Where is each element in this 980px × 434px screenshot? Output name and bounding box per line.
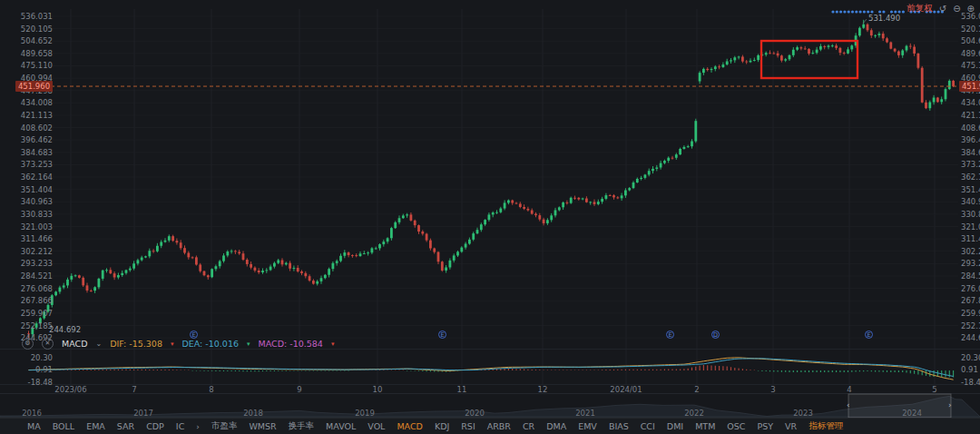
navigator-selection[interactable]: [848, 394, 951, 418]
toolbar-item-macd[interactable]: MACD: [397, 421, 422, 431]
toolbar-item-换手率[interactable]: 换手率: [289, 420, 315, 432]
toolbar-item-osc[interactable]: OSC: [727, 421, 745, 431]
event-dot[interactable]: [859, 10, 862, 13]
event-dot[interactable]: [851, 10, 854, 13]
event-dot[interactable]: [848, 10, 850, 13]
toolbar-item-vr[interactable]: VR: [785, 421, 797, 431]
event-dot[interactable]: [898, 10, 901, 13]
event-dot[interactable]: [867, 10, 869, 13]
toolbar-item-ma[interactable]: MA: [27, 421, 41, 431]
zoom-in-icon[interactable]: ⊕: [967, 4, 975, 15]
toolbar-item-ic[interactable]: IC: [176, 421, 184, 431]
toolbar-item-mavol[interactable]: MAVOL: [326, 421, 356, 431]
toolbar-item-dma[interactable]: DMA: [546, 421, 566, 431]
toolbar-item-ema[interactable]: EMA: [86, 421, 105, 431]
toolbar-item-vol[interactable]: VOL: [368, 421, 385, 431]
annotation-box[interactable]: [761, 41, 858, 78]
toolbar-item-mtm[interactable]: MTM: [695, 421, 715, 431]
toolbar-item-kdj[interactable]: KDJ: [435, 421, 449, 431]
event-dot[interactable]: [839, 10, 842, 13]
event-dot[interactable]: [863, 10, 866, 13]
zoom-out-icon[interactable]: ⊖: [953, 4, 960, 15]
close-icon[interactable]: ✕: [42, 338, 54, 350]
chevron-down-icon[interactable]: ⌄: [95, 340, 102, 348]
toolbar-item-arbr[interactable]: ARBR: [487, 421, 511, 431]
event-dot[interactable]: [843, 10, 846, 13]
gear-icon[interactable]: ⚙: [22, 338, 34, 350]
event-dot[interactable]: [878, 10, 881, 13]
toolbar-item-sar[interactable]: SAR: [117, 421, 134, 431]
toolbar-item-cr[interactable]: CR: [523, 421, 534, 431]
toolbar-item-cdp[interactable]: CDP: [146, 421, 164, 431]
dea-line: [29, 359, 954, 377]
toolbar-item-cci[interactable]: CCI: [641, 421, 655, 431]
toolbar-item-wmsr[interactable]: WMSR: [249, 421, 276, 431]
toolbar-item-psy[interactable]: PSY: [758, 421, 774, 431]
toolbar-item-dmi[interactable]: DMI: [667, 421, 683, 431]
event-dot[interactable]: [902, 10, 905, 13]
macd-value: MACD: -10.584: [259, 339, 323, 349]
dea-value: DEA: -10.016: [181, 339, 239, 349]
toolbar-item-emv[interactable]: EMV: [578, 421, 597, 431]
toolbar-item-boll[interactable]: BOLL: [53, 421, 74, 431]
event-dot[interactable]: [836, 10, 838, 13]
adjust-type-button[interactable]: 前复权: [906, 3, 933, 15]
indicator-value-row: ⚙ ✕ MACD ⌄ DIF: -15.308 ▾ DEA: -10.016 ▾…: [22, 338, 334, 350]
event-dot[interactable]: [855, 10, 858, 13]
undo-icon[interactable]: ↺: [939, 4, 946, 15]
event-dot[interactable]: [890, 10, 893, 13]
indicator-toolbar: MABOLLEMASARCDPIC›市盈率WMSR换手率MAVOLVOLMACD…: [0, 418, 980, 434]
dif-down-arrow-icon: ▾: [171, 340, 174, 348]
toolbar-item-市盈率[interactable]: 市盈率: [211, 420, 238, 432]
event-dot[interactable]: [831, 10, 834, 13]
event-dot[interactable]: [894, 10, 897, 13]
chart-controls: 前复权 ↺ ⊖ ⊕: [906, 3, 975, 15]
event-dot[interactable]: [882, 10, 885, 13]
macd-down-arrow-icon: ▾: [331, 340, 335, 348]
toolbar-item-rsi[interactable]: RSI: [461, 421, 475, 431]
more-indicators-icon[interactable]: ›: [196, 422, 200, 431]
indicator-name[interactable]: MACD: [62, 339, 87, 349]
stock-chart-window: { "header": { "adjust_label": "前复权", "un…: [0, 0, 980, 434]
dif-value: DIF: -15.308: [110, 339, 162, 349]
toolbar-item-bias[interactable]: BIAS: [609, 421, 629, 431]
navigator-mountain: [0, 396, 980, 417]
chart-canvas[interactable]: [0, 0, 980, 434]
dea-down-arrow-icon: ▾: [247, 340, 250, 348]
event-dot[interactable]: [870, 10, 873, 13]
toolbar-item-指标管理[interactable]: 指标管理: [808, 420, 843, 432]
